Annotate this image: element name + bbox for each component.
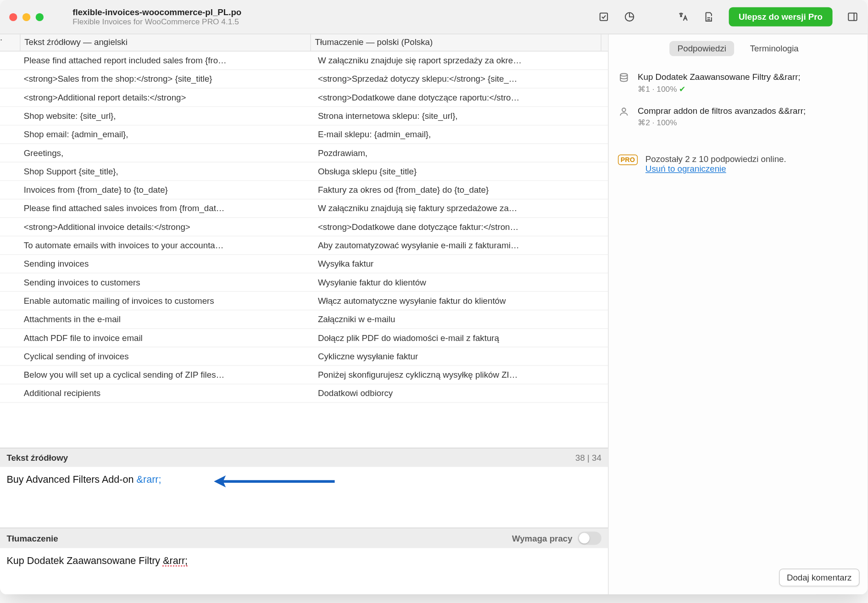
table-row[interactable]: <strong>Sales from the shop:</strong> {s… [0, 70, 608, 89]
add-comment-button[interactable]: Dodaj komentarz [779, 569, 860, 586]
row-indicator [0, 200, 20, 218]
row-target: Dodatkowi odbiorcy [314, 384, 608, 402]
row-target: W załączniku znajdują się faktury sprzed… [314, 200, 608, 218]
export-icon[interactable] [703, 11, 714, 22]
table-row[interactable]: Greetings,Pozdrawiam, [0, 144, 608, 162]
table-row[interactable]: <strong>Additional report details:</stro… [0, 89, 608, 107]
row-indicator [0, 144, 20, 162]
row-source: Greetings, [20, 144, 314, 162]
row-target: Wysyłka faktur [314, 255, 608, 273]
table-row[interactable]: To automate emails with invoices to your… [0, 236, 608, 255]
source-text-entity: &rarr; [137, 474, 161, 485]
needs-work-toggle[interactable] [578, 531, 601, 545]
tab-terminology[interactable]: Terminologia [742, 41, 807, 56]
row-source: <strong>Sales from the shop:</strong> {s… [20, 70, 314, 88]
row-source: Please find attached sales invoices from… [20, 200, 314, 218]
suggestion-item[interactable]: Comprar addon de filtros avanzados &&rar… [618, 99, 858, 133]
row-indicator [0, 51, 20, 69]
source-text-main: Buy Advanced Filters Add-on [6, 474, 136, 485]
suggestion-meta: ⌘2 · 100% [638, 118, 806, 128]
zoom-window[interactable] [36, 13, 44, 21]
row-target: Aby zautomatyzować wysyłanie e-maili z f… [314, 236, 608, 254]
row-indicator [0, 347, 20, 365]
pro-badge: PRO [618, 155, 638, 165]
row-source: <strong>Additional invoice details:</str… [20, 218, 314, 236]
table-row[interactable]: Attachments in the e-mailZałączniki w e-… [0, 310, 608, 329]
row-target: Pozdrawiam, [314, 144, 608, 162]
row-source: Please find attached report included sal… [20, 51, 314, 69]
pro-upsell-block: PRO Pozostały 2 z 10 podpowiedzi online.… [618, 154, 858, 173]
pro-remaining-text: Pozostały 2 z 10 podpowiedzi online. [645, 154, 786, 164]
suggestion-text: Kup Dodatek Zaawansowane Filtry &&rarr; [638, 72, 801, 82]
table-row[interactable]: Shop email: {admin_email},E-mail sklepu:… [0, 125, 608, 144]
table-row[interactable]: Cyclical sending of invoicesCykliczne wy… [0, 347, 608, 366]
table-row[interactable]: <strong>Additional invoice details:</str… [0, 218, 608, 236]
row-target: Obsługa sklepu {site_title} [314, 162, 608, 180]
suggestion-item[interactable]: Kup Dodatek Zaawansowane Filtry &&rarr;⌘… [618, 65, 858, 99]
row-target: Wysyłanie faktur do klientów [314, 274, 608, 291]
table-row[interactable]: Shop website: {site_url},Strona internet… [0, 107, 608, 125]
suggestion-meta: ⌘1 · 100% ✔ [638, 84, 801, 94]
svg-rect-0 [600, 13, 607, 21]
table-row[interactable]: Shop Support {site_title},Obsługa sklepu… [0, 162, 608, 181]
row-source: Attachments in the e-mail [20, 310, 314, 328]
row-source: Additional recipients [20, 384, 314, 402]
needs-work-label: Wymaga pracy [512, 533, 573, 543]
column-header-source[interactable]: Tekst źródłowy — angielski [20, 34, 310, 51]
table-row[interactable]: Please find attached report included sal… [0, 51, 608, 70]
row-indicator [0, 255, 20, 273]
row-target: Poniżej skonfigurujesz cykliczną wysyłkę… [314, 366, 608, 384]
row-indicator [0, 107, 20, 125]
row-target: Załączniki w e-mailu [314, 310, 608, 328]
indicator-column-dot: · [0, 34, 20, 51]
row-target: <strong>Dodatkowe dane dotyczące faktur:… [314, 218, 608, 236]
row-source: Invoices from {from_date} to {to_date} [20, 181, 314, 199]
tab-suggestions[interactable]: Podpowiedzi [670, 41, 734, 56]
row-indicator [0, 181, 20, 199]
row-source: <strong>Additional report details:</stro… [20, 89, 314, 106]
row-target: Dołącz plik PDF do wiadomości e-mail z f… [314, 329, 608, 347]
sidebar-toggle-icon[interactable] [847, 11, 858, 22]
svg-point-3 [620, 73, 627, 76]
stats-icon[interactable] [624, 11, 635, 22]
row-target: Włącz automatyczne wysyłanie faktur do k… [314, 292, 608, 310]
row-target: <strong>Sprzedaż dotyczy sklepu:</strong… [314, 70, 608, 88]
row-indicator [0, 384, 20, 402]
table-row[interactable]: Below you will set up a cyclical sending… [0, 366, 608, 384]
upgrade-pro-button[interactable]: Ulepsz do wersji Pro [729, 7, 832, 27]
minimize-window[interactable] [22, 13, 30, 21]
row-indicator [0, 89, 20, 106]
row-indicator [0, 162, 20, 180]
translation-editor[interactable]: Kup Dodatek Zaawansowane Filtry &rarr; [0, 548, 608, 594]
table-row[interactable]: Attach PDF file to invoice emailDołącz p… [0, 329, 608, 347]
row-source: Attach PDF file to invoice email [20, 329, 314, 347]
annotation-arrow-icon [212, 474, 338, 490]
svg-point-4 [622, 108, 626, 112]
table-row[interactable]: Enable automatic mailing of invoices to … [0, 292, 608, 310]
row-indicator [0, 125, 20, 143]
source-text-panel: Tekst źródłowy 38 | 34 Buy Advanced Filt… [0, 448, 608, 528]
strings-list[interactable]: Please find attached report included sal… [0, 51, 608, 447]
translation-memory-icon [618, 72, 630, 94]
row-source: Below you will set up a cyclical sending… [20, 366, 314, 384]
window-controls [9, 13, 44, 21]
row-indicator [0, 218, 20, 236]
row-indicator [0, 70, 20, 88]
validate-icon[interactable] [598, 11, 609, 22]
table-row[interactable]: Please find attached sales invoices from… [0, 200, 608, 218]
table-row[interactable]: Sending invoices to customersWysyłanie f… [0, 274, 608, 292]
table-row[interactable]: Invoices from {from_date} to {to_date}Fa… [0, 181, 608, 199]
row-target: E-mail sklepu: {admin_email}, [314, 125, 608, 143]
row-target: <strong>Dodatkowe dane dotyczące raportu… [314, 89, 608, 106]
row-source: To automate emails with invoices to your… [20, 236, 314, 254]
source-text: Buy Advanced Filters Add-on &rarr; [0, 467, 608, 527]
row-source: Shop email: {admin_email}, [20, 125, 314, 143]
column-header-target[interactable]: Tłumaczenie — polski (Polska) [310, 34, 601, 51]
pro-remove-limit-link[interactable]: Usuń to ograniczenie [645, 164, 726, 174]
close-window[interactable] [9, 13, 17, 21]
table-row[interactable]: Additional recipientsDodatkowi odbiorcy [0, 384, 608, 402]
window-title: flexible-invoices-woocommerce-pl_PL.po [72, 7, 241, 17]
row-target: Strona internetowa sklepu: {site_url}, [314, 107, 608, 125]
translate-icon[interactable] [677, 11, 688, 22]
table-row[interactable]: Sending invoicesWysyłka faktur [0, 255, 608, 273]
